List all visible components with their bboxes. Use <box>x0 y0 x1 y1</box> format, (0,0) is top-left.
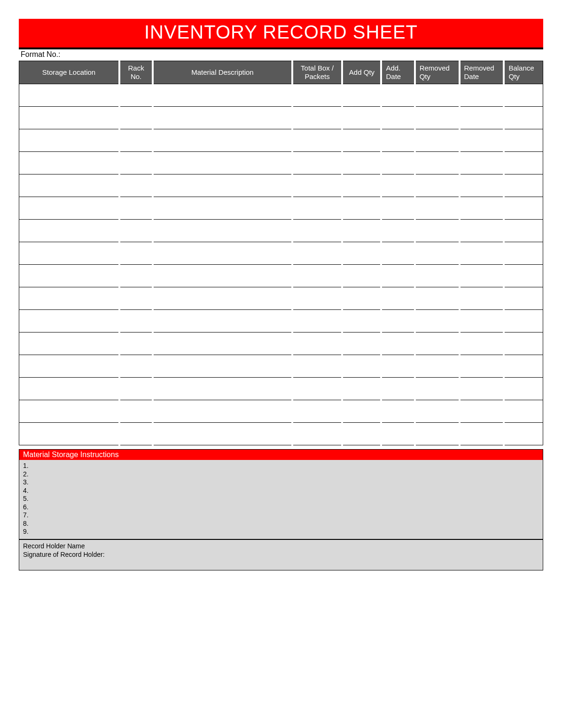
table-cell[interactable] <box>381 84 414 107</box>
table-cell[interactable] <box>381 400 414 423</box>
table-cell[interactable] <box>381 310 414 332</box>
table-cell[interactable] <box>342 400 381 423</box>
table-cell[interactable] <box>460 84 504 107</box>
table-cell[interactable] <box>381 107 414 129</box>
table-cell[interactable] <box>19 152 120 174</box>
table-cell[interactable] <box>153 265 292 287</box>
table-cell[interactable] <box>153 332 292 355</box>
table-cell[interactable] <box>342 197 381 220</box>
table-cell[interactable] <box>342 423 381 445</box>
table-cell[interactable] <box>153 242 292 265</box>
table-cell[interactable] <box>19 265 120 287</box>
table-cell[interactable] <box>504 287 543 310</box>
table-cell[interactable] <box>415 242 460 265</box>
table-cell[interactable] <box>342 287 381 310</box>
table-cell[interactable] <box>460 174 504 197</box>
table-cell[interactable] <box>119 242 153 265</box>
table-cell[interactable] <box>19 287 120 310</box>
table-cell[interactable] <box>415 220 460 242</box>
table-cell[interactable] <box>342 220 381 242</box>
table-cell[interactable] <box>381 355 414 378</box>
table-cell[interactable] <box>415 355 460 378</box>
table-cell[interactable] <box>342 242 381 265</box>
table-cell[interactable] <box>460 400 504 423</box>
table-cell[interactable] <box>19 423 120 445</box>
table-cell[interactable] <box>415 400 460 423</box>
table-cell[interactable] <box>504 84 543 107</box>
table-cell[interactable] <box>19 174 120 197</box>
table-cell[interactable] <box>381 242 414 265</box>
table-cell[interactable] <box>153 107 292 129</box>
table-cell[interactable] <box>19 400 120 423</box>
table-cell[interactable] <box>292 400 343 423</box>
table-cell[interactable] <box>460 378 504 400</box>
table-cell[interactable] <box>292 242 343 265</box>
table-cell[interactable] <box>381 129 414 152</box>
table-cell[interactable] <box>504 242 543 265</box>
table-cell[interactable] <box>460 332 504 355</box>
table-cell[interactable] <box>292 152 343 174</box>
table-cell[interactable] <box>153 152 292 174</box>
table-cell[interactable] <box>460 310 504 332</box>
table-cell[interactable] <box>119 378 153 400</box>
table-cell[interactable] <box>504 310 543 332</box>
table-cell[interactable] <box>415 265 460 287</box>
table-cell[interactable] <box>119 152 153 174</box>
table-cell[interactable] <box>415 107 460 129</box>
table-cell[interactable] <box>292 423 343 445</box>
table-cell[interactable] <box>415 197 460 220</box>
table-cell[interactable] <box>342 378 381 400</box>
table-cell[interactable] <box>153 400 292 423</box>
table-cell[interactable] <box>504 152 543 174</box>
table-cell[interactable] <box>504 332 543 355</box>
table-cell[interactable] <box>119 197 153 220</box>
table-cell[interactable] <box>292 287 343 310</box>
table-cell[interactable] <box>153 287 292 310</box>
table-cell[interactable] <box>342 174 381 197</box>
table-cell[interactable] <box>504 378 543 400</box>
table-cell[interactable] <box>381 220 414 242</box>
table-cell[interactable] <box>504 220 543 242</box>
table-cell[interactable] <box>153 84 292 107</box>
table-cell[interactable] <box>504 107 543 129</box>
table-cell[interactable] <box>342 332 381 355</box>
table-cell[interactable] <box>119 310 153 332</box>
table-cell[interactable] <box>292 174 343 197</box>
table-cell[interactable] <box>415 310 460 332</box>
table-cell[interactable] <box>119 220 153 242</box>
table-cell[interactable] <box>504 355 543 378</box>
table-cell[interactable] <box>19 378 120 400</box>
table-cell[interactable] <box>460 287 504 310</box>
table-cell[interactable] <box>460 355 504 378</box>
table-cell[interactable] <box>381 287 414 310</box>
table-cell[interactable] <box>415 287 460 310</box>
table-cell[interactable] <box>460 220 504 242</box>
table-cell[interactable] <box>460 265 504 287</box>
table-cell[interactable] <box>415 423 460 445</box>
table-cell[interactable] <box>19 310 120 332</box>
table-cell[interactable] <box>415 129 460 152</box>
table-cell[interactable] <box>460 242 504 265</box>
table-cell[interactable] <box>119 423 153 445</box>
table-cell[interactable] <box>153 378 292 400</box>
table-cell[interactable] <box>381 423 414 445</box>
table-cell[interactable] <box>415 174 460 197</box>
table-cell[interactable] <box>19 197 120 220</box>
table-cell[interactable] <box>415 332 460 355</box>
table-cell[interactable] <box>504 400 543 423</box>
table-cell[interactable] <box>292 197 343 220</box>
table-cell[interactable] <box>504 423 543 445</box>
table-cell[interactable] <box>381 152 414 174</box>
table-cell[interactable] <box>119 84 153 107</box>
table-cell[interactable] <box>342 107 381 129</box>
table-cell[interactable] <box>460 129 504 152</box>
table-cell[interactable] <box>119 355 153 378</box>
table-cell[interactable] <box>381 265 414 287</box>
table-cell[interactable] <box>119 107 153 129</box>
table-cell[interactable] <box>292 378 343 400</box>
table-cell[interactable] <box>119 332 153 355</box>
table-cell[interactable] <box>504 197 543 220</box>
table-cell[interactable] <box>119 287 153 310</box>
table-cell[interactable] <box>342 84 381 107</box>
table-cell[interactable] <box>292 265 343 287</box>
